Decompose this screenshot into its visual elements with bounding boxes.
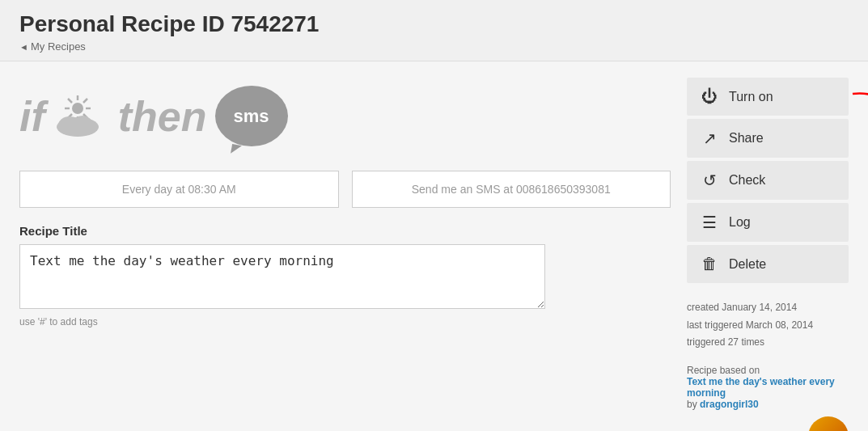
svg-line-7 xyxy=(83,99,87,103)
right-panel: ⏻ Turn on 开启 ↗ Share ↺ Check ☰ xyxy=(687,78,849,431)
last-triggered: last triggered March 08, 2014 xyxy=(687,317,849,335)
check-icon: ↺ xyxy=(700,171,719,190)
tag-hint: use '#' to add tags xyxy=(19,316,671,327)
author-link[interactable]: dragongirl30 xyxy=(700,399,759,410)
cloud-icon xyxy=(53,108,102,138)
turn-on-label: Turn on xyxy=(729,90,773,104)
log-icon: ☰ xyxy=(700,213,719,232)
recipe-based-on: Recipe based on Text me the day's weathe… xyxy=(687,365,849,431)
main-content: if xyxy=(0,61,868,431)
delete-button[interactable]: 🗑 Delete xyxy=(687,245,849,283)
left-panel: if xyxy=(19,78,671,431)
by-label: by xyxy=(687,399,697,410)
svg-line-5 xyxy=(68,99,72,103)
breadcrumb[interactable]: My Recipes xyxy=(19,40,849,53)
recipe-based-link[interactable]: Text me the day's weather every morning xyxy=(687,376,835,399)
header-bar: Personal Recipe ID 7542271 My Recipes xyxy=(0,0,868,61)
turn-on-container: ⏻ Turn on 开启 xyxy=(687,78,849,116)
share-icon: ↗ xyxy=(700,129,719,148)
sms-label: sms xyxy=(234,106,269,127)
check-button[interactable]: ↺ Check xyxy=(687,161,849,200)
recipe-title-input[interactable]: Text me the day's weather every morning xyxy=(19,244,545,309)
recipe-based-label: Recipe based on xyxy=(687,365,849,376)
turn-on-button[interactable]: ⏻ Turn on xyxy=(687,78,849,116)
trash-icon: 🗑 xyxy=(700,255,719,273)
power-icon: ⏻ xyxy=(700,87,719,106)
page-title: Personal Recipe ID 7542271 xyxy=(19,11,849,37)
trigger-action-row: Every day at 08:30 AM Send me an SMS at … xyxy=(19,171,671,208)
meta-info: created January 14, 2014 last triggered … xyxy=(687,299,849,352)
sms-bubble: sms xyxy=(215,86,288,146)
share-button[interactable]: ↗ Share xyxy=(687,119,849,158)
seo-badge: S xyxy=(808,416,849,431)
then-text: then xyxy=(118,92,207,141)
recipe-visual: if xyxy=(19,78,671,154)
weather-icon xyxy=(53,94,110,138)
svg-point-11 xyxy=(73,116,92,132)
action-box[interactable]: Send me an SMS at 008618650393081 xyxy=(352,171,671,208)
triggered-times: triggered 27 times xyxy=(687,334,849,352)
recipe-title-label: Recipe Title xyxy=(19,224,671,238)
trigger-box[interactable]: Every day at 08:30 AM xyxy=(19,171,339,208)
recipe-title-section: Recipe Title Text me the day's weather e… xyxy=(19,224,671,327)
recipe-author-row: by dragongirl30 xyxy=(687,399,849,410)
created-date: created January 14, 2014 xyxy=(687,299,849,317)
my-recipes-link[interactable]: My Recipes xyxy=(31,40,86,53)
log-button[interactable]: ☰ Log xyxy=(687,203,849,242)
action-value: Send me an SMS at 008618650393081 xyxy=(412,183,611,196)
log-label: Log xyxy=(729,215,751,230)
share-label: Share xyxy=(729,131,764,146)
if-text: if xyxy=(19,92,45,141)
trigger-value: Every day at 08:30 AM xyxy=(122,183,236,196)
check-label: Check xyxy=(729,173,765,188)
delete-label: Delete xyxy=(729,257,766,272)
